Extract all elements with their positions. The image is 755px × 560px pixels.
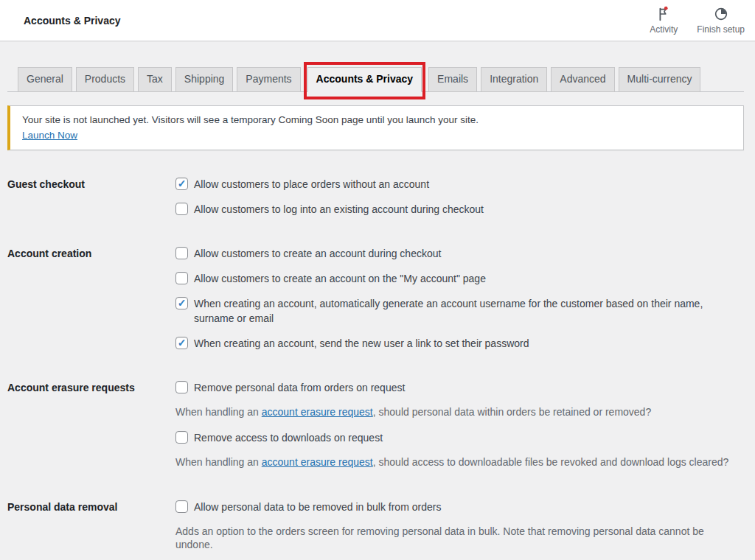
tab-accounts-privacy[interactable]: Accounts & Privacy	[307, 67, 422, 92]
settings-content: General Products Tax Shipping Payments A…	[0, 67, 755, 560]
option-label: Allow customers to create an account on …	[188, 271, 486, 286]
checkbox-remove-download-access[interactable]	[175, 431, 188, 444]
settings-form: Guest checkout Allow customers to place …	[7, 177, 744, 560]
activity-flag-icon	[655, 6, 672, 22]
coming-soon-notice: Your site is not launched yet. Visitors …	[7, 105, 744, 150]
option-auto-generate-username[interactable]: When creating an account, automatically …	[175, 296, 744, 326]
tab-general[interactable]: General	[18, 67, 72, 92]
checkbox-auto-generate-username[interactable]	[175, 297, 188, 309]
option-create-account-checkout[interactable]: Allow customers to create an account dur…	[175, 246, 744, 261]
notice-message: Your site is not launched yet. Visitors …	[22, 113, 733, 127]
checkbox-remove-personal-data-orders[interactable]	[175, 381, 188, 393]
checkbox-bulk-remove-personal-data[interactable]	[175, 500, 188, 513]
description-erasure-orders: When handling an account erasure request…	[175, 405, 744, 419]
header: Accounts & Privacy Activity	[0, 0, 755, 41]
description-bulk-removal: Adds an option to the orders screen for …	[175, 525, 744, 551]
checkbox-orders-without-account[interactable]	[175, 178, 188, 190]
tab-products[interactable]: Products	[76, 67, 134, 92]
checkbox-login-during-checkout[interactable]	[175, 203, 188, 215]
finish-setup-label: Finish setup	[697, 24, 745, 35]
tab-payments[interactable]: Payments	[237, 67, 300, 92]
setting-row-guest-checkout: Guest checkout Allow customers to place …	[7, 177, 744, 227]
option-label: Allow customers to place orders without …	[188, 177, 429, 192]
activity-label: Activity	[650, 24, 678, 35]
checkbox-send-password-link[interactable]	[175, 337, 188, 349]
finish-setup-progress-icon	[713, 6, 729, 22]
tab-shipping[interactable]: Shipping	[175, 67, 234, 92]
tab-integration[interactable]: Integration	[481, 67, 547, 92]
option-send-password-link[interactable]: When creating an account, send the new u…	[175, 336, 744, 351]
option-label: When creating an account, automatically …	[188, 296, 744, 326]
option-label: Remove personal data from orders on requ…	[188, 380, 405, 395]
option-label: Allow personal data to be removed in bul…	[188, 500, 441, 514]
option-create-account-myaccount[interactable]: Allow customers to create an account on …	[175, 271, 744, 286]
page-title: Accounts & Privacy	[24, 15, 121, 27]
header-actions: Activity Finish setup	[650, 6, 745, 35]
setting-label-account-erasure: Account erasure requests	[7, 380, 175, 480]
option-label: Allow customers to create an account dur…	[188, 246, 441, 261]
setting-label-guest-checkout: Guest checkout	[7, 177, 175, 227]
setting-label-account-creation: Account creation	[7, 246, 175, 361]
option-label: Allow customers to log into an existing …	[188, 202, 484, 217]
activity-button[interactable]: Activity	[650, 6, 678, 35]
option-label: When creating an account, send the new u…	[188, 336, 529, 351]
setting-row-account-erasure: Account erasure requests Remove personal…	[7, 380, 744, 480]
account-erasure-request-link[interactable]: account erasure request	[262, 406, 373, 418]
option-remove-download-access[interactable]: Remove access to downloads on request	[175, 430, 744, 445]
checkbox-create-account-checkout[interactable]	[175, 247, 188, 259]
option-label: Remove access to downloads on request	[188, 430, 383, 445]
tab-multi-currency[interactable]: Multi-currency	[619, 67, 701, 92]
option-bulk-remove-personal-data[interactable]: Allow personal data to be removed in bul…	[175, 500, 744, 514]
settings-tab-bar: General Products Tax Shipping Payments A…	[7, 67, 744, 92]
tab-tax[interactable]: Tax	[138, 67, 172, 92]
tab-advanced[interactable]: Advanced	[551, 67, 614, 92]
finish-setup-button[interactable]: Finish setup	[697, 6, 745, 35]
checkbox-create-account-myaccount[interactable]	[175, 272, 188, 284]
description-erasure-downloads: When handling an account erasure request…	[175, 455, 744, 469]
active-tab-highlight-box: Accounts & Privacy	[307, 67, 422, 91]
setting-row-personal-data-removal: Personal data removal Allow personal dat…	[7, 500, 744, 560]
option-orders-without-account[interactable]: Allow customers to place orders without …	[175, 177, 744, 192]
setting-label-personal-data-removal: Personal data removal	[7, 500, 175, 560]
option-login-during-checkout[interactable]: Allow customers to log into an existing …	[175, 202, 744, 217]
tab-emails[interactable]: Emails	[428, 67, 477, 92]
account-erasure-request-link[interactable]: account erasure request	[262, 456, 373, 468]
woocommerce-settings-page: Accounts & Privacy Activity	[0, 0, 755, 560]
option-remove-personal-data-orders[interactable]: Remove personal data from orders on requ…	[175, 380, 744, 395]
setting-row-account-creation: Account creation Allow customers to crea…	[7, 246, 744, 361]
launch-now-link[interactable]: Launch Now	[22, 130, 77, 141]
